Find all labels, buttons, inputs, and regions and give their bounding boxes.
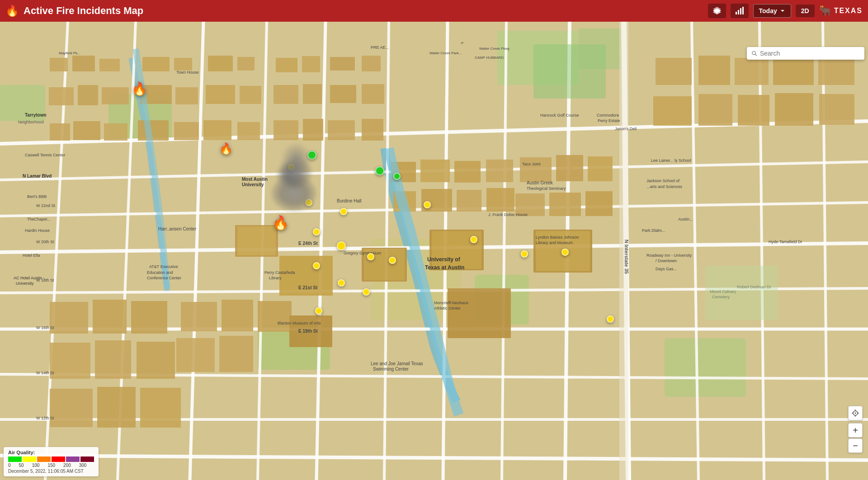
svg-text:University of: University of xyxy=(427,256,461,263)
svg-rect-83 xyxy=(549,193,581,216)
svg-point-191 xyxy=(752,51,755,54)
aq-good xyxy=(8,456,22,462)
svg-rect-85 xyxy=(656,58,692,85)
incident-dot-green-2[interactable] xyxy=(375,166,384,175)
svg-text:Conference Center: Conference Center xyxy=(147,276,181,280)
svg-rect-3 xyxy=(736,12,737,14)
svg-rect-100 xyxy=(137,342,175,379)
incident-dot-3[interactable] xyxy=(340,208,347,215)
zoom-out-button[interactable]: − xyxy=(848,438,863,453)
svg-rect-44 xyxy=(237,57,255,71)
svg-text:Perry Estate: Perry Estate xyxy=(598,118,620,123)
svg-rect-90 xyxy=(653,96,692,126)
svg-rect-74 xyxy=(486,160,513,182)
svg-text:Austin...: Austin... xyxy=(678,217,693,221)
fire-logo-icon: 🔥 xyxy=(5,5,19,17)
svg-text:AC Hotel Austin -: AC Hotel Austin - xyxy=(14,276,45,280)
svg-text:N Lamar Blvd: N Lamar Blvd xyxy=(23,174,52,179)
svg-rect-45 xyxy=(276,58,297,72)
svg-text:Commodore: Commodore xyxy=(597,113,619,118)
air-quality-legend: Air Quality: 0 50 100 150 200 300 Decemb… xyxy=(4,447,99,476)
svg-rect-40 xyxy=(99,59,120,71)
incident-dot-8[interactable] xyxy=(338,279,345,287)
svg-line-192 xyxy=(755,54,757,56)
map-container[interactable]: N Interstate 35 E 24th St E 21st St E 19… xyxy=(0,22,868,480)
svg-rect-49 xyxy=(49,87,74,105)
svg-rect-92 xyxy=(738,95,769,126)
incident-dot-15[interactable] xyxy=(561,249,569,256)
svg-rect-96 xyxy=(93,300,127,334)
svg-text:Athletic Center: Athletic Center xyxy=(434,306,461,311)
svg-rect-47 xyxy=(330,57,355,71)
aq-bar xyxy=(8,456,94,462)
svg-rect-73 xyxy=(454,161,481,183)
search-input[interactable] xyxy=(760,50,860,57)
incident-dot-6[interactable] xyxy=(367,253,374,260)
header-right: Today 2D 🐂 TEXAS xyxy=(708,4,863,18)
svg-text:W 16th St: W 16th St xyxy=(36,325,54,330)
svg-text:Mayfield Pk...: Mayfield Pk... xyxy=(59,51,80,55)
incident-dot-16[interactable] xyxy=(607,315,614,323)
svg-text:Education and: Education and xyxy=(147,270,173,275)
incident-dot-14[interactable] xyxy=(315,307,322,315)
svg-text:Moncrieff-Neuhaus: Moncrieff-Neuhaus xyxy=(434,301,468,305)
svg-rect-4 xyxy=(738,10,739,14)
layers-button[interactable] xyxy=(708,4,726,18)
svg-text:J. Frank Dobie House: J. Frank Dobie House xyxy=(488,212,528,217)
svg-text:W 12th St: W 12th St xyxy=(36,416,54,420)
map-svg: N Interstate 35 E 24th St E 21st St E 19… xyxy=(0,22,868,480)
search-icon xyxy=(751,50,757,56)
svg-rect-59 xyxy=(362,84,384,104)
location-button[interactable] xyxy=(848,406,863,420)
fire-marker-1[interactable]: 🔥 xyxy=(132,81,147,96)
aq-moderate xyxy=(23,456,36,462)
svg-text:Lyndon Baines Johnson: Lyndon Baines Johnson xyxy=(536,235,579,240)
svg-text:PRE AE...: PRE AE... xyxy=(371,45,389,50)
svg-rect-67 xyxy=(274,120,298,140)
today-button[interactable]: Today xyxy=(753,4,791,18)
svg-text:...arts and Sciences: ...arts and Sciences xyxy=(646,184,683,189)
svg-text:Lee Lainer... ly School: Lee Lainer... ly School xyxy=(651,158,691,163)
incident-dot-13[interactable] xyxy=(521,250,528,258)
aq-sensitive xyxy=(37,456,51,462)
svg-text:Hancock Golf Course: Hancock Golf Course xyxy=(540,113,579,118)
svg-rect-98 xyxy=(50,343,90,379)
incident-dot-9[interactable] xyxy=(363,288,370,296)
svg-text:Waller Creek Park...: Waller Creek Park... xyxy=(429,51,462,55)
aq-unhealthy xyxy=(52,456,65,462)
svg-text:Theological Seminary: Theological Seminary xyxy=(527,186,566,191)
svg-text:Hardin House: Hardin House xyxy=(25,228,50,233)
svg-rect-43 xyxy=(208,56,233,71)
svg-rect-105 xyxy=(222,300,253,331)
search-box xyxy=(747,47,864,60)
texas-text: TEXAS xyxy=(834,7,863,15)
signal-button[interactable] xyxy=(731,4,749,18)
svg-rect-65 xyxy=(203,120,231,140)
incident-dot-7[interactable] xyxy=(313,262,320,269)
incident-dot-5[interactable] xyxy=(337,241,346,250)
svg-text:University: University xyxy=(16,281,34,286)
incident-dot-green-3[interactable] xyxy=(393,173,401,180)
aq-numbers: 0 50 100 150 200 300 xyxy=(8,463,94,468)
incident-dot-10[interactable] xyxy=(389,257,396,264)
fire-marker-3[interactable]: 🔥 xyxy=(272,215,289,231)
svg-text:Hyde-Tamafield Dr: Hyde-Tamafield Dr xyxy=(769,240,802,244)
incident-dot-11[interactable] xyxy=(424,201,431,208)
incident-dot-4[interactable] xyxy=(313,228,320,235)
svg-rect-79 xyxy=(520,157,552,182)
svg-rect-48 xyxy=(362,56,381,71)
svg-rect-102 xyxy=(97,387,136,428)
svg-text:University: University xyxy=(242,182,264,187)
zoom-in-button[interactable]: + xyxy=(848,423,863,438)
view-2d-button[interactable]: 2D xyxy=(796,5,815,17)
svg-rect-54 xyxy=(206,85,235,104)
svg-rect-91 xyxy=(698,94,732,126)
svg-text:Library and Museum: Library and Museum xyxy=(536,240,573,245)
app-title: Active Fire Incidents Map xyxy=(24,5,143,17)
svg-text:Bert's BBB: Bert's BBB xyxy=(27,194,47,199)
svg-rect-56 xyxy=(274,85,298,104)
svg-rect-108 xyxy=(219,336,253,372)
svg-rect-97 xyxy=(131,301,167,334)
fire-marker-2[interactable]: 🔥 xyxy=(219,142,233,155)
incident-dot-12[interactable] xyxy=(470,236,477,243)
